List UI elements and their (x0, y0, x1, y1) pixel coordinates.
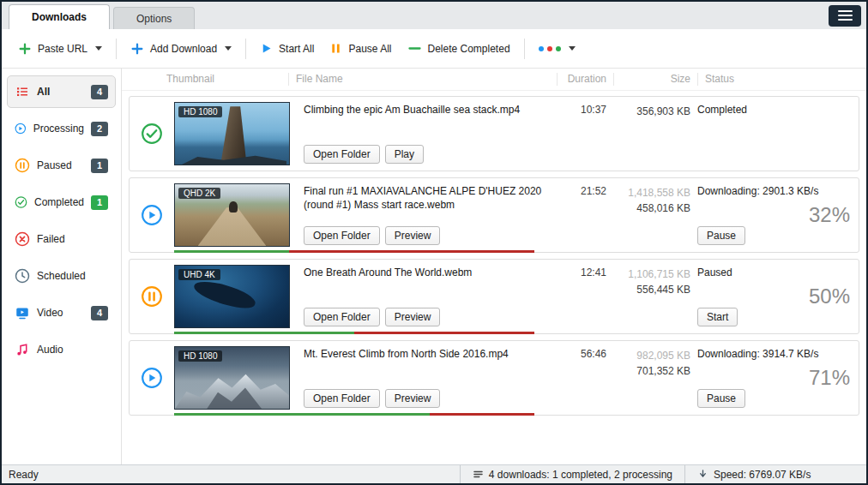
clock-icon (15, 268, 30, 284)
status-ready: Ready (2, 469, 460, 481)
duration: 12:41 (557, 260, 606, 333)
quality-badge: UHD 4K (178, 269, 220, 280)
video-thumbnail[interactable]: HD 1080 (174, 102, 290, 165)
sidebar-item-failed[interactable]: Failed (7, 223, 116, 255)
add-download-label: Add Download (150, 43, 217, 55)
download-arrow-icon (697, 469, 708, 480)
pause-button[interactable]: Pause (697, 389, 745, 408)
start-all-label: Start All (279, 43, 314, 55)
status-text: Paused (697, 266, 850, 278)
video-thumbnail[interactable]: UHD 4K (174, 265, 290, 328)
open-folder-button[interactable]: Open Folder (304, 226, 380, 245)
duration: 56:46 (557, 341, 606, 415)
table-row: HD 1080 Mt. Everest Climb from North Sid… (129, 340, 859, 416)
column-header-status: Status (705, 73, 858, 86)
sidebar-item-label: Paused (37, 159, 84, 171)
music-icon (15, 342, 30, 357)
video-thumbnail[interactable]: QHD 2K (174, 183, 290, 247)
check-circle-icon (141, 123, 163, 145)
list-icon (473, 469, 484, 480)
progress-bar (174, 413, 534, 416)
minus-icon (407, 41, 422, 56)
tab-bar: Downloads Options (2, 2, 866, 29)
start-button[interactable]: Start (697, 308, 738, 326)
progress-percent: 71% (809, 366, 850, 390)
sidebar-item-audio[interactable]: Audio (7, 333, 116, 366)
pause-button[interactable]: Pause (697, 226, 745, 245)
play-circle-icon (141, 204, 163, 226)
sidebar-item-video[interactable]: Video 4 (7, 296, 116, 329)
size-total: 1,106,715 KB (613, 266, 690, 282)
play-icon (260, 42, 273, 55)
count-badge: 4 (91, 85, 108, 99)
hamburger-icon (838, 10, 853, 12)
count-badge: 1 (91, 195, 108, 210)
column-header-thumbnail: Thumbnail (166, 73, 289, 86)
hamburger-menu-button[interactable] (829, 5, 861, 27)
table-row: QHD 2K Final run #1 MAXIAVALANCHE ALPE D… (129, 177, 859, 253)
progress-bar (174, 332, 534, 334)
rows-container: HD 1080 Climbing the epic Am Buachaille … (122, 91, 866, 464)
open-folder-button[interactable]: Open Folder (304, 389, 380, 408)
play-circle-icon (15, 121, 27, 136)
preview-button[interactable]: Preview (385, 308, 441, 326)
sidebar-item-paused[interactable]: Paused 1 (7, 149, 116, 182)
tab-downloads[interactable]: Downloads (9, 4, 110, 29)
progress-bar (174, 250, 534, 253)
file-name: Mt. Everest Climb from North Side 2016.m… (304, 347, 550, 361)
start-all-button[interactable]: Start All (252, 37, 322, 60)
video-thumbnail[interactable]: HD 1080 (174, 346, 290, 410)
open-folder-button[interactable]: Open Folder (304, 145, 380, 164)
status-text: Downloading: 2901.3 KB/s (697, 185, 850, 197)
downloads-summary: 4 downloads: 1 completed, 2 processing (460, 465, 684, 483)
duration: 21:52 (557, 178, 606, 252)
play-button[interactable]: Play (385, 145, 424, 164)
add-download-button[interactable]: Add Download (123, 37, 239, 61)
quality-badge: HD 1080 (178, 106, 222, 117)
status-text: Completed (697, 104, 850, 116)
quality-badge: HD 1080 (178, 350, 222, 362)
size-downloaded: 701,352 KB (613, 363, 690, 379)
chevron-down-icon (569, 46, 576, 51)
preview-button[interactable]: Preview (385, 226, 441, 245)
column-header-size: Size (621, 73, 698, 86)
pause-circle-icon (15, 158, 30, 173)
quality-badge: QHD 2K (178, 188, 220, 199)
size-total: 356,903 KB (613, 104, 690, 119)
play-circle-icon (141, 367, 163, 389)
table-row: HD 1080 Climbing the epic Am Buachaille … (129, 96, 859, 171)
sidebar-item-all[interactable]: All 4 (7, 75, 116, 108)
paste-url-button[interactable]: Paste URL (10, 37, 110, 61)
pause-all-label: Pause All (348, 43, 391, 55)
status-text: Downloading: 3914.7 KB/s (697, 348, 850, 360)
progress-percent: 50% (809, 284, 850, 308)
size-downloaded: 458,016 KB (613, 201, 690, 216)
pause-all-button[interactable]: Pause All (322, 37, 399, 60)
app-window: Downloads Options Paste URL Add Download… (0, 0, 868, 485)
delete-completed-button[interactable]: Delete Completed (400, 36, 518, 61)
sidebar-item-completed[interactable]: Completed 1 (7, 186, 116, 219)
count-badge: 4 (91, 306, 108, 320)
sidebar-item-scheduled[interactable]: Scheduled (7, 260, 116, 292)
toolbar-separator (524, 39, 525, 59)
open-folder-button[interactable]: Open Folder (304, 308, 380, 326)
chevron-down-icon (95, 46, 102, 51)
size-downloaded: 556,445 KB (613, 282, 690, 297)
sidebar-item-processing[interactable]: Processing 2 (7, 112, 116, 145)
check-circle-icon (15, 195, 27, 210)
column-header-filename: File Name (296, 73, 558, 86)
plus-icon (130, 42, 144, 56)
more-menu-button[interactable] (531, 41, 583, 57)
file-name: Final run #1 MAXIAVALANCHE ALPE D'HUEZ 2… (304, 184, 550, 212)
toolbar-separator (245, 39, 246, 59)
count-badge: 1 (91, 159, 108, 173)
tab-options[interactable]: Options (113, 7, 195, 29)
delete-completed-label: Delete Completed (428, 43, 510, 55)
downloads-summary-text: 4 downloads: 1 completed, 2 processing (489, 469, 672, 481)
preview-button[interactable]: Preview (385, 389, 441, 408)
sidebar-item-label: Processing (33, 123, 84, 135)
chevron-down-icon (225, 46, 232, 51)
file-name: Climbing the epic Am Buachaille sea stac… (304, 103, 550, 117)
file-name: One Breath Around The World.webm (304, 266, 550, 279)
more-dots-icon (539, 46, 561, 51)
